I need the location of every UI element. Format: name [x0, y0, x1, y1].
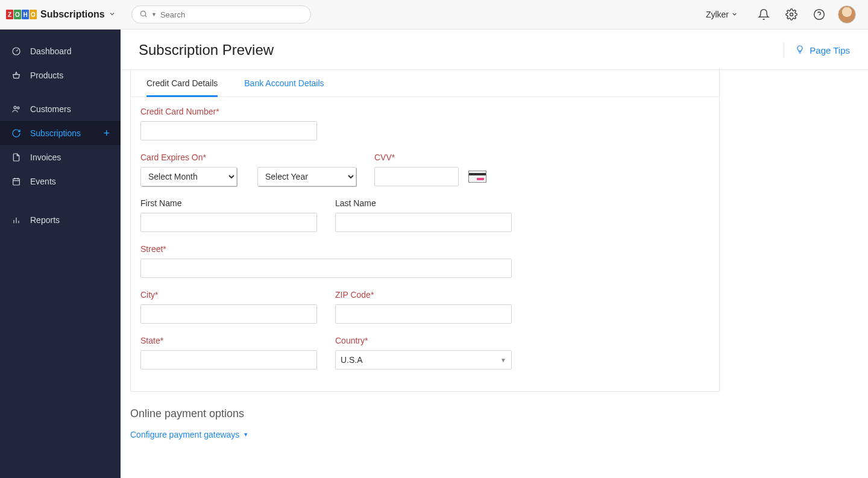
plus-icon[interactable]: + [103, 127, 110, 140]
calendar-icon [11, 176, 22, 187]
cvv-label: CVV* [374, 153, 459, 162]
cc-number-label: Credit Card Number* [140, 107, 317, 116]
street-label: Street* [140, 244, 512, 254]
country-select[interactable]: U.S.A ▼ [335, 350, 512, 370]
gear-icon[interactable] [785, 8, 798, 21]
sidebar-item-subscriptions[interactable]: Subscriptions + [0, 121, 121, 145]
bar-chart-icon [11, 215, 22, 225]
expiry-year-select[interactable]: Select Year [257, 167, 356, 186]
svg-point-3 [814, 10, 825, 20]
last-name-label: Last Name [335, 198, 512, 208]
page-tips-label: Page Tips [810, 45, 850, 55]
svg-point-0 [140, 11, 145, 16]
country-value: U.S.A [341, 355, 363, 365]
configure-gateways-link[interactable]: Configure payment gateways ▼ [130, 430, 248, 439]
sidebar-item-label: Customers [30, 104, 110, 114]
sidebar-item-label: Dashboard [30, 46, 110, 56]
caret-down-icon: ▼ [500, 357, 506, 363]
page-title: Subscription Preview [139, 42, 274, 58]
city-input[interactable] [140, 304, 317, 324]
configure-gateways-label: Configure payment gateways [130, 430, 239, 439]
sidebar-item-invoices[interactable]: Invoices [0, 145, 121, 169]
svg-line-1 [145, 15, 147, 17]
svg-point-7 [17, 107, 19, 108]
file-icon [11, 152, 22, 163]
tab-bank-account[interactable]: Bank Account Details [244, 78, 324, 96]
avatar[interactable] [838, 5, 856, 24]
cc-number-input[interactable] [140, 121, 317, 140]
chevron-down-icon [108, 10, 116, 19]
svg-point-6 [14, 106, 16, 108]
svg-rect-8 [13, 178, 20, 185]
country-label: Country* [335, 336, 512, 345]
gauge-icon [11, 46, 22, 57]
sidebar: Dashboard Products Customers Subscriptio… [0, 30, 121, 478]
last-name-input[interactable] [335, 213, 512, 232]
users-icon [11, 104, 22, 115]
state-input[interactable] [140, 350, 317, 370]
online-payment-title: Online payment options [130, 407, 858, 420]
sidebar-item-dashboard[interactable]: Dashboard [0, 39, 121, 63]
sidebar-item-label: Events [30, 177, 110, 186]
street-input[interactable] [140, 259, 512, 278]
page-header: Subscription Preview Page Tips [121, 30, 868, 70]
sidebar-item-events[interactable]: Events [0, 169, 121, 193]
basket-icon [11, 70, 22, 81]
tabs: Credit Card Details Bank Account Details [131, 70, 719, 97]
main-area: Subscription Preview Page Tips Credit Ca… [121, 30, 868, 478]
first-name-label: First Name [140, 198, 317, 208]
help-icon[interactable] [813, 8, 826, 21]
sidebar-item-label: Products [30, 71, 110, 80]
zip-label: ZIP Code* [335, 290, 512, 300]
search-bar[interactable]: ▼ [131, 5, 311, 24]
org-selector[interactable]: Zylker [706, 10, 738, 19]
sidebar-item-label: Subscriptions [30, 128, 95, 138]
caret-down-icon: ▼ [243, 432, 248, 438]
first-name-input[interactable] [140, 213, 317, 232]
sidebar-item-customers[interactable]: Customers [0, 97, 121, 121]
brand[interactable]: Z O H O Subscriptions [0, 9, 121, 20]
chevron-down-icon [731, 10, 738, 19]
state-label: State* [140, 336, 317, 345]
expiry-month-select[interactable]: Select Month [140, 167, 237, 186]
svg-point-2 [790, 13, 793, 16]
card-back-icon [468, 171, 486, 183]
bell-icon[interactable] [757, 8, 770, 21]
refresh-icon [11, 128, 22, 139]
sidebar-item-products[interactable]: Products [0, 63, 121, 87]
topbar: Z O H O Subscriptions ▼ Zylker [0, 0, 868, 30]
page-tips-button[interactable]: Page Tips [784, 42, 850, 58]
payment-card: Credit Card Details Bank Account Details… [130, 70, 720, 392]
cvv-input[interactable] [374, 167, 459, 186]
city-label: City* [140, 290, 317, 300]
zip-input[interactable] [335, 304, 512, 324]
caret-down-icon: ▼ [151, 11, 157, 17]
expires-label: Card Expires On* [140, 153, 356, 162]
org-name: Zylker [706, 10, 729, 19]
sidebar-item-reports[interactable]: Reports [0, 208, 121, 232]
lightbulb-icon [795, 45, 805, 56]
sidebar-item-label: Invoices [30, 153, 110, 162]
tab-credit-card[interactable]: Credit Card Details [146, 78, 218, 97]
zoho-logo: Z O H O [6, 10, 37, 19]
sidebar-item-label: Reports [30, 215, 110, 225]
search-input[interactable] [160, 10, 303, 19]
brand-name: Subscriptions [40, 9, 105, 20]
search-icon [139, 10, 148, 20]
